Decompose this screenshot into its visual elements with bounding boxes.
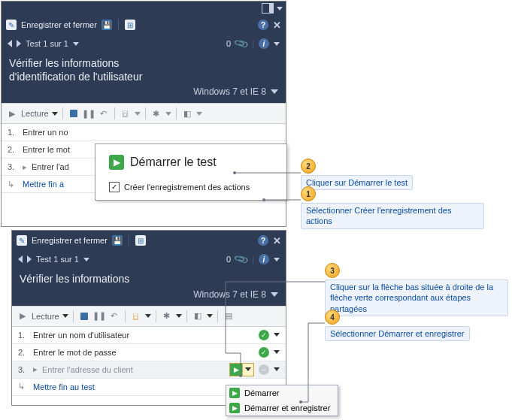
test-counter: Test 1 sur 1 bbox=[26, 39, 68, 48]
callout-badge: 3 bbox=[325, 263, 340, 278]
note-dd-icon[interactable] bbox=[207, 314, 213, 318]
start-test-button[interactable]: ▶ Démarrer le test bbox=[109, 155, 276, 170]
play-mode-icon[interactable]: ▶ bbox=[6, 107, 18, 119]
next-test-icon[interactable] bbox=[27, 255, 32, 263]
status-pass-icon[interactable]: ✓ bbox=[259, 347, 269, 358]
create-recording-checkbox-row[interactable]: ✓ Créer l'enregistrement des actions bbox=[109, 182, 276, 192]
step-row-shared[interactable]: 3. ▸ Entrer l'adresse du client ▶ – bbox=[12, 361, 286, 379]
bug-icon[interactable]: ✱ bbox=[161, 310, 173, 322]
play-step-icon[interactable]: ▶ bbox=[230, 364, 242, 376]
callout-badge: 1 bbox=[301, 186, 316, 201]
bug-dd-icon[interactable] bbox=[176, 314, 182, 318]
status-dd-icon[interactable] bbox=[274, 333, 280, 337]
step-number: 2. bbox=[8, 145, 18, 154]
start-test-label: Démarrer le test bbox=[130, 156, 217, 169]
env-dropdown-icon[interactable] bbox=[271, 292, 278, 297]
info-icon[interactable]: i bbox=[259, 38, 269, 49]
attachment-count: 0 bbox=[226, 39, 231, 48]
header-block-2: Vérifier les informations Windows 7 et I… bbox=[12, 268, 286, 306]
step-row[interactable]: 1. Entrer un no bbox=[2, 124, 286, 141]
toolbar-mode-label[interactable]: Lecture bbox=[32, 312, 59, 321]
step-row[interactable]: 1. Entrer un nom d'utilisateur ✓ bbox=[12, 327, 286, 344]
undo-icon[interactable]: ↶ bbox=[98, 107, 110, 119]
camera-icon[interactable]: ⌼ bbox=[130, 310, 142, 322]
attachment-count: 0 bbox=[226, 255, 231, 264]
next-test-icon[interactable] bbox=[17, 40, 21, 47]
checkbox-icon[interactable]: ✓ bbox=[109, 182, 120, 192]
layout-icon[interactable] bbox=[262, 3, 274, 14]
new-window-icon[interactable]: ⊞ bbox=[125, 20, 135, 30]
callout-4: 4 Sélectionner Démarrer et enregistrer bbox=[325, 310, 470, 341]
play-step-split-button[interactable]: ▶ bbox=[229, 363, 254, 376]
info-icon[interactable]: i bbox=[259, 254, 269, 264]
end-test-label: Mettre fin au test bbox=[33, 382, 95, 391]
pause-icon[interactable]: ❚❚ bbox=[83, 107, 95, 119]
close-icon[interactable]: ✕ bbox=[273, 20, 281, 31]
step-number: 1. bbox=[18, 331, 29, 340]
environment-label: Windows 7 et IE 8 bbox=[193, 289, 266, 300]
callout-1: 1 Sélectionner Créer l'enregistrement de… bbox=[301, 186, 484, 229]
environment-label: Windows 7 et IE 8 bbox=[193, 86, 266, 97]
step-text: Entrer un nom d'utilisateur bbox=[33, 331, 254, 340]
help-icon[interactable]: ? bbox=[258, 20, 268, 30]
page-title-line2: d'identification de l'utilisateur bbox=[9, 71, 142, 83]
nav-bar-2: Test 1 sur 1 0 📎 | i bbox=[12, 250, 286, 268]
note-dd-icon[interactable] bbox=[196, 112, 202, 116]
callout-badge: 2 bbox=[301, 159, 316, 174]
pause-icon[interactable]: ❚❚ bbox=[93, 310, 105, 322]
paperclip-icon[interactable]: 📎 bbox=[233, 252, 249, 267]
paperclip-icon[interactable]: 📎 bbox=[233, 36, 249, 52]
save-close-button[interactable]: Enregistrer et fermer bbox=[32, 236, 108, 245]
titlebar-2: ✎ Enregistrer et fermer 💾 ⊞ ? ✕ bbox=[12, 231, 286, 250]
bug-dd-icon[interactable] bbox=[165, 112, 171, 116]
arrow-icon: ↳ bbox=[8, 180, 18, 189]
callout-badge: 4 bbox=[325, 310, 340, 325]
play-mode-icon[interactable]: ▶ bbox=[17, 310, 29, 322]
prev-test-icon[interactable] bbox=[18, 255, 23, 263]
extra-icon[interactable]: ▤ bbox=[223, 310, 235, 322]
expand-icon[interactable]: ▸ bbox=[23, 162, 27, 172]
stop-icon[interactable] bbox=[68, 107, 80, 119]
camera-dd-icon[interactable] bbox=[145, 314, 151, 318]
toolbar-mode-label[interactable]: Lecture bbox=[21, 109, 49, 118]
step-row[interactable]: 2. Entrer le mot de passe ✓ bbox=[12, 344, 286, 361]
undo-icon[interactable]: ↶ bbox=[108, 310, 120, 322]
titlebar-1: ✎ Enregistrer et fermer 💾 ⊞ ? ✕ bbox=[2, 15, 286, 35]
new-window-icon[interactable]: ⊞ bbox=[135, 235, 146, 246]
menu-item-start[interactable]: ▶ Démarrer bbox=[226, 385, 338, 400]
prev-test-icon[interactable] bbox=[8, 40, 12, 47]
help-icon[interactable]: ? bbox=[258, 235, 268, 246]
play-icon: ▶ bbox=[109, 155, 124, 170]
save-icon[interactable]: 💾 bbox=[112, 235, 123, 246]
start-test-panel: ▶ Démarrer le test ✓ Créer l'enregistrem… bbox=[95, 144, 287, 201]
info-dropdown-icon[interactable] bbox=[274, 258, 280, 261]
mode-dropdown-icon[interactable] bbox=[52, 112, 58, 116]
camera-icon[interactable]: ⌼ bbox=[120, 107, 132, 119]
close-icon[interactable]: ✕ bbox=[273, 235, 281, 246]
status-dd-icon[interactable] bbox=[274, 350, 280, 354]
status-pass-icon[interactable]: ✓ bbox=[259, 330, 269, 340]
save-close-button[interactable]: Enregistrer et fermer bbox=[21, 20, 97, 29]
callout-2: 2 Cliquer sur Démarrer le test bbox=[301, 159, 413, 190]
menu-item-start-record[interactable]: ▶ Démarrer et enregistrer bbox=[226, 400, 338, 415]
bug-icon[interactable]: ✱ bbox=[150, 107, 162, 119]
play-step-dropdown-icon[interactable] bbox=[242, 364, 253, 376]
env-dropdown-icon[interactable] bbox=[271, 89, 278, 94]
create-recording-label: Créer l'enregistrement des actions bbox=[124, 183, 250, 192]
stop-icon[interactable] bbox=[78, 310, 90, 322]
test-dropdown-icon[interactable] bbox=[73, 42, 79, 46]
play-step-menu: ▶ Démarrer ▶ Démarrer et enregistrer bbox=[226, 385, 338, 416]
info-dropdown-icon[interactable] bbox=[274, 42, 280, 46]
note-icon[interactable]: ◧ bbox=[181, 107, 193, 119]
camera-dd-icon[interactable] bbox=[135, 112, 141, 116]
note-icon[interactable]: ◧ bbox=[192, 310, 204, 322]
callout-label: Sélectionner Créer l'enregistrement des … bbox=[301, 203, 484, 229]
layout-dropdown-icon[interactable] bbox=[277, 7, 283, 11]
status-dd-icon[interactable] bbox=[274, 367, 280, 371]
status-none-icon[interactable]: – bbox=[259, 364, 269, 375]
test-dropdown-icon[interactable] bbox=[83, 258, 89, 261]
menu-item-label: Démarrer et enregistrer bbox=[244, 403, 330, 412]
mode-dropdown-icon[interactable] bbox=[62, 314, 68, 318]
save-icon[interactable]: 💾 bbox=[101, 20, 112, 30]
expand-icon[interactable]: ▸ bbox=[33, 364, 38, 374]
